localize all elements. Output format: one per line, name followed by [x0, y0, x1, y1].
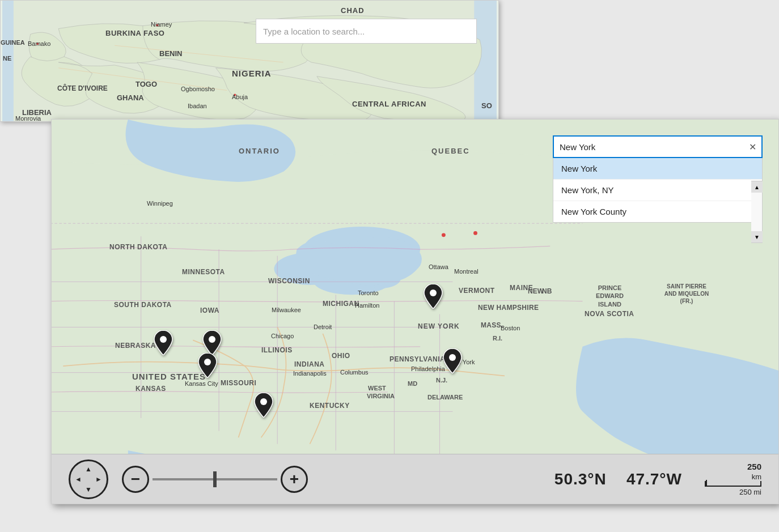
fg-label-michigan: MICHIGAN: [323, 300, 359, 308]
fg-label-toronto: Toronto: [358, 290, 379, 296]
fg-label-sd: SOUTH DAKOTA: [114, 301, 172, 309]
bg-label-ne: NE: [3, 55, 11, 62]
bg-label-benin: BENIN: [159, 49, 182, 58]
fg-label-nd: NORTH DAKOTA: [109, 243, 167, 251]
fg-label-md: MD: [408, 380, 417, 387]
search-scrollbar[interactable]: ▲ ▼: [751, 181, 763, 243]
search-result-item-3[interactable]: New York County: [553, 201, 762, 222]
fg-label-indiana: INDIANA: [294, 360, 325, 368]
bg-label-niamey: Niamey: [151, 21, 172, 28]
bg-label-bamako: Bamako: [28, 40, 50, 47]
bg-label-ghana: GHANA: [117, 93, 144, 102]
nav-empty-tr: [94, 464, 104, 474]
fg-label-ny: NEW YORK: [418, 322, 460, 330]
latitude: 50.3°N: [554, 470, 607, 488]
nav-empty-br: [94, 484, 104, 495]
map-pin-1: [153, 330, 173, 357]
map-pin-3: [197, 353, 218, 380]
bg-label-abuja: Abuja: [232, 93, 248, 100]
fg-label-mo: MISSOURI: [221, 379, 256, 387]
fg-label-mn: MINNESOTA: [182, 268, 225, 276]
search-clear-button[interactable]: ✕: [743, 135, 761, 158]
bg-label-chad: CHAD: [341, 6, 365, 15]
scroll-up-button[interactable]: ▲: [751, 181, 763, 193]
bg-label-togo: TOGO: [136, 80, 157, 88]
fg-label-quebec: QUEBEC: [431, 147, 470, 155]
fg-label-ne: NEBRASKA: [115, 342, 156, 350]
search-result-item-1[interactable]: New York: [553, 158, 762, 180]
fg-label-indianapolis: Indianapolis: [293, 370, 327, 377]
bg-search-placeholder: Type a location to search...: [263, 27, 365, 36]
fg-label-winnipeg: Winnipeg: [147, 200, 173, 207]
fg-label-mass: MASS.: [481, 321, 503, 329]
search-results-list: New York New York, NY New York County: [553, 158, 763, 223]
nav-control[interactable]: ▲ ◄ ► ▼: [69, 459, 108, 499]
fg-label-ky: KENTUCKY: [310, 402, 350, 410]
fg-label-wv: WEST: [368, 385, 386, 391]
zoom-in-button[interactable]: +: [281, 466, 308, 493]
zoom-slider-thumb[interactable]: [213, 471, 217, 487]
nav-down-button[interactable]: ▼: [83, 484, 94, 495]
bg-label-cote: CÔTE D'IVOIRE: [57, 84, 108, 92]
fg-label-wv2: VIRGINIA: [367, 393, 395, 399]
scale-km-label: km: [752, 473, 761, 481]
svg-point-29: [260, 398, 267, 405]
search-input[interactable]: [554, 142, 743, 152]
svg-point-31: [449, 354, 456, 361]
fg-label-illinois: ILLINOIS: [261, 346, 293, 354]
bg-label-burkina: BURKINA FASO: [105, 29, 164, 37]
svg-point-26: [160, 336, 167, 343]
zoom-slider-track[interactable]: [153, 478, 277, 480]
nav-up-button[interactable]: ▲: [83, 464, 94, 474]
background-search-bar[interactable]: Type a location to search...: [256, 19, 477, 44]
background-map: CHAD Niamey Bamako BURKINA FASO BENIN NI…: [0, 0, 499, 122]
fg-label-ks: KANSAS: [136, 385, 166, 393]
fg-label-vt: VERMONT: [459, 287, 495, 295]
search-dropdown: ✕ New York New York, NY New York County …: [553, 135, 763, 223]
bg-label-ogbomosho: Ogbomosho: [181, 86, 215, 92]
fg-label-philadelphia: Philadelphia: [411, 365, 445, 372]
map-controls: ▲ ◄ ► ▼ − + 50.3°N 47.7°W: [52, 454, 778, 504]
nav-center: [83, 474, 94, 484]
fg-label-ontario: ONTARIO: [239, 147, 280, 155]
search-result-item-2[interactable]: New York, NY: [553, 180, 762, 201]
fg-label-hamilton: Hamilton: [355, 302, 379, 309]
fg-label-detroit: Detroit: [314, 324, 332, 330]
fg-label-columbus: Columbus: [340, 369, 369, 376]
search-input-row[interactable]: ✕: [553, 135, 763, 158]
svg-point-27: [209, 336, 215, 343]
bg-label-central-african: CENTRAL AFRICAN: [352, 100, 426, 108]
scale-mi-label: 250 mi: [739, 488, 761, 496]
bg-label-guinea: GUINEA: [1, 39, 25, 46]
coordinates-display: 50.3°N 47.7°W: [554, 470, 682, 488]
map-pin-5: [423, 284, 443, 311]
nav-empty-tl: [73, 464, 83, 474]
fg-label-nova: NOVA SCOTIA: [585, 310, 634, 318]
nav-left-button[interactable]: ◄: [73, 474, 83, 484]
fg-label-montreal: Montreal: [454, 268, 479, 275]
fg-label-spm: SAINT PIERREAND MIQUELON(FR.): [653, 283, 721, 305]
scroll-down-button[interactable]: ▼: [751, 231, 763, 242]
fg-label-de: DELAWARE: [427, 394, 463, 401]
nav-right-button[interactable]: ►: [94, 474, 104, 484]
fg-label-pei: PRINCEEDWARDISLAND: [596, 284, 624, 308]
fg-label-nj: N.J.: [436, 377, 447, 384]
fg-label-ri: R.I.: [493, 335, 502, 342]
fg-label-milwaukee: Milwaukee: [272, 307, 301, 313]
fg-label-ohio: OHIO: [332, 352, 350, 360]
zoom-controls: − +: [122, 466, 308, 493]
fg-label-chicago: Chicago: [271, 333, 294, 339]
fg-label-boston: Boston: [501, 325, 520, 331]
svg-point-30: [430, 290, 437, 296]
fg-label-wi: WISCONSIN: [268, 277, 310, 285]
fg-label-ottawa: Ottawa: [429, 263, 448, 270]
svg-point-28: [204, 359, 211, 365]
scale-line-km: [705, 481, 761, 487]
bg-label-nigeria: NIGERIA: [232, 69, 272, 78]
svg-point-25: [473, 231, 477, 235]
zoom-out-button[interactable]: −: [122, 466, 149, 493]
scale-top-label: 250: [747, 462, 761, 471]
bg-label-ibadan: Ibadan: [188, 103, 207, 109]
fg-label-iowa: IOWA: [200, 307, 219, 314]
longitude: 47.7°W: [626, 470, 682, 488]
